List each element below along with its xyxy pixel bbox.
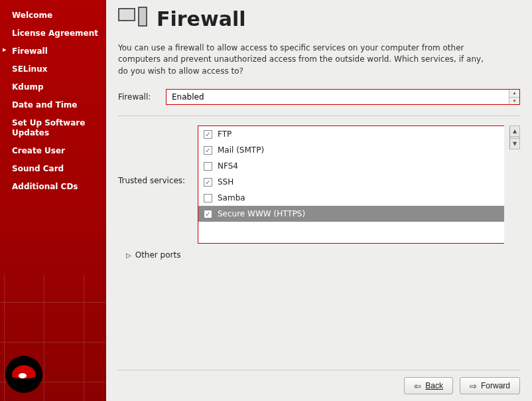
service-checkbox[interactable]: [204, 194, 212, 202]
service-item-secure-www-https-[interactable]: Secure WWW (HTTPS): [198, 206, 504, 222]
service-label: Secure WWW (HTTPS): [218, 209, 305, 218]
main-content: Firewall You can use a firewall to allow…: [106, 0, 532, 401]
back-button-label: Back: [425, 381, 443, 390]
service-label: Mail (SMTP): [218, 145, 264, 155]
firewall-label: Firewall:: [118, 92, 161, 102]
page-title: Firewall: [157, 7, 245, 31]
other-ports-label: Other ports: [135, 250, 181, 260]
sidebar-item-sound-card[interactable]: Sound Card: [0, 160, 106, 178]
scroll-up-icon[interactable]: ▲: [510, 126, 519, 137]
service-label: FTP: [218, 129, 232, 139]
separator: [118, 116, 520, 116]
service-label: Samba: [218, 193, 245, 202]
service-checkbox[interactable]: [204, 178, 212, 187]
service-item-samba[interactable]: Samba: [198, 190, 504, 206]
other-ports-expander[interactable]: ▷ Other ports: [118, 244, 520, 260]
page-header: Firewall: [118, 7, 520, 31]
redhat-logo-icon: [5, 356, 42, 393]
firewall-state-value: Enabled: [172, 92, 204, 102]
service-checkbox[interactable]: [204, 210, 212, 218]
firewall-state-row: Firewall: Enabled ▴▾: [118, 89, 520, 105]
firewall-header-icon: [118, 7, 150, 31]
trusted-services-row: Trusted services: FTPMail (SMTP)NFS4SSHS…: [118, 125, 520, 244]
sidebar: WelcomeLicense AgreementFirewallSELinuxK…: [0, 0, 106, 401]
trusted-services-label: Trusted services:: [118, 125, 192, 185]
trusted-services-list[interactable]: FTPMail (SMTP)NFS4SSHSambaSecure WWW (HT…: [198, 126, 504, 243]
service-checkbox[interactable]: [204, 162, 212, 171]
service-checkbox[interactable]: [204, 130, 212, 139]
sidebar-item-create-user[interactable]: Create User: [0, 142, 106, 160]
firewall-state-dropdown[interactable]: Enabled ▴▾: [166, 89, 520, 105]
sidebar-item-kdump[interactable]: Kdump: [0, 78, 106, 96]
scroll-down-icon[interactable]: ▼: [510, 138, 519, 149]
dropdown-spinner-icon[interactable]: ▴▾: [509, 90, 519, 104]
service-label: SSH: [218, 177, 233, 187]
forward-button-label: Forward: [481, 381, 510, 390]
forward-button[interactable]: ⇨ Forward: [460, 377, 520, 394]
sidebar-item-additional-cds[interactable]: Additional CDs: [0, 178, 106, 196]
sidebar-item-firewall[interactable]: Firewall: [0, 42, 106, 60]
footer-buttons: ⇦ Back ⇨ Forward: [118, 370, 520, 394]
service-checkbox[interactable]: [204, 146, 212, 155]
intro-text: You can use a firewall to allow access t…: [118, 42, 490, 77]
service-item-ftp[interactable]: FTP: [198, 126, 504, 142]
sidebar-item-license-agreement[interactable]: License Agreement: [0, 25, 106, 42]
forward-arrow-icon: ⇨: [470, 382, 477, 390]
expander-triangle-icon: ▷: [126, 252, 131, 259]
sidebar-item-selinux[interactable]: SELinux: [0, 60, 106, 78]
sidebar-item-welcome[interactable]: Welcome: [0, 7, 106, 25]
back-arrow-icon: ⇦: [414, 382, 421, 390]
services-scrollbar[interactable]: ▲ ▼: [509, 125, 520, 149]
sidebar-item-set-up-software-updates[interactable]: Set Up Software Updates: [0, 114, 106, 142]
service-item-mail-smtp-[interactable]: Mail (SMTP): [198, 142, 504, 158]
sidebar-item-date-and-time[interactable]: Date and Time: [0, 96, 106, 114]
service-item-nfs4[interactable]: NFS4: [198, 158, 504, 174]
trusted-services-box: FTPMail (SMTP)NFS4SSHSambaSecure WWW (HT…: [198, 125, 504, 244]
service-item-ssh[interactable]: SSH: [198, 174, 504, 190]
service-label: NFS4: [218, 161, 238, 171]
back-button[interactable]: ⇦ Back: [404, 377, 453, 394]
